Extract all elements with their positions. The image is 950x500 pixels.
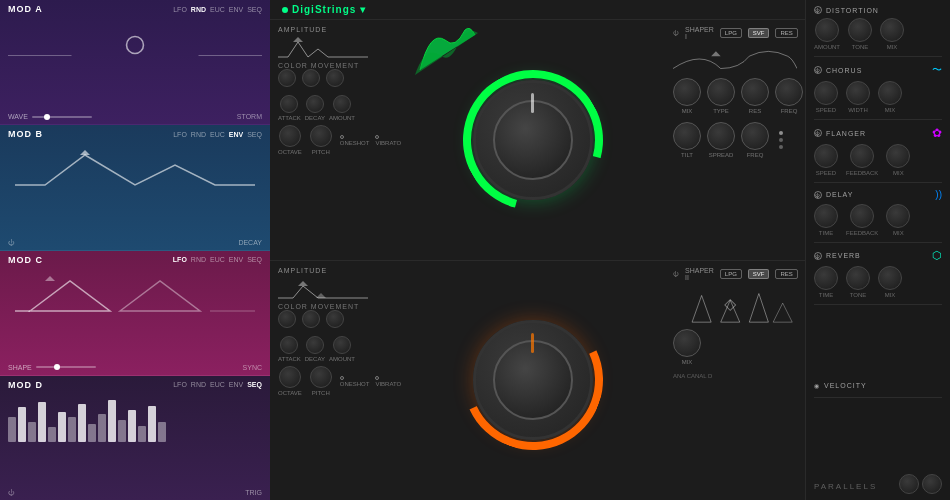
seq-bar-1[interactable] xyxy=(8,417,16,442)
mod-a-wave-slider[interactable]: WAVE xyxy=(8,113,92,120)
flanger-power-btn[interactable]: ⏻ xyxy=(814,129,822,137)
mod-a-slider-handle[interactable] xyxy=(44,114,50,120)
seq-bar-11[interactable] xyxy=(108,400,116,442)
parallels-knob-2[interactable] xyxy=(922,474,942,494)
seq-bar-15[interactable] xyxy=(148,406,156,442)
mod-b-tab-rnd[interactable]: RND xyxy=(191,131,206,138)
mod-c-tab-euc[interactable]: EUC xyxy=(210,256,225,263)
mod-a-tab-seq[interactable]: SEQ xyxy=(247,6,262,13)
osc1-svf-btn[interactable]: SVF xyxy=(748,28,770,38)
mod-d-tab-env[interactable]: ENV xyxy=(229,381,243,388)
osc1-res-btn[interactable]: RES xyxy=(775,28,797,38)
seq-bar-14[interactable] xyxy=(138,426,146,442)
reverb-tone-knob[interactable] xyxy=(846,266,870,290)
osc1-amount-knob[interactable] xyxy=(333,95,351,113)
osc1-type-knob[interactable] xyxy=(707,78,735,106)
osc2-pitch-knob[interactable] xyxy=(310,366,332,388)
mod-a-tab-env[interactable]: ENV xyxy=(229,6,243,13)
mod-c-tab-env[interactable]: ENV xyxy=(229,256,243,263)
patch-arrow-icon[interactable]: ▾ xyxy=(360,4,366,15)
mod-c-tab-rnd[interactable]: RND xyxy=(191,256,206,263)
seq-bar-2[interactable] xyxy=(18,407,26,442)
mod-b-tab-lfo[interactable]: LFO xyxy=(173,131,187,138)
osc1-decay-knob[interactable] xyxy=(306,95,324,113)
reverb-mix-knob[interactable] xyxy=(878,266,902,290)
osc2-main-knob[interactable] xyxy=(473,320,593,440)
seq-bar-6[interactable] xyxy=(58,412,66,442)
osc1-freq-knob[interactable] xyxy=(775,78,803,106)
osc2-lpg-btn[interactable]: LPG xyxy=(720,269,742,279)
osc1-octave-knob[interactable] xyxy=(279,125,301,147)
osc2-color-knob-2[interactable] xyxy=(302,310,320,328)
mod-c-slider-track[interactable] xyxy=(36,366,96,368)
distortion-tone-knob[interactable] xyxy=(848,18,872,42)
osc1-spread-knob[interactable] xyxy=(707,122,735,150)
seq-bar-8[interactable] xyxy=(78,404,86,442)
chorus-power-btn[interactable]: ⏻ xyxy=(814,66,822,74)
seq-bar-10[interactable] xyxy=(98,414,106,442)
mod-b-tab-euc[interactable]: EUC xyxy=(210,131,225,138)
seq-bar-3[interactable] xyxy=(28,422,36,442)
osc2-vibrato-option[interactable]: VIBRATO xyxy=(375,375,401,387)
seq-bar-16[interactable] xyxy=(158,422,166,442)
mod-c-shape-slider[interactable]: SHAPE xyxy=(8,364,96,371)
mod-a-slider-track[interactable] xyxy=(32,116,92,118)
parallels-knob-1[interactable] xyxy=(899,474,919,494)
osc2-octave-knob[interactable] xyxy=(279,366,301,388)
flanger-feedback-knob[interactable] xyxy=(850,144,874,168)
mod-c-slider-handle[interactable] xyxy=(54,364,60,370)
mod-b-tab-seq[interactable]: SEQ xyxy=(247,131,262,138)
osc1-lpg-btn[interactable]: LPG xyxy=(720,28,742,38)
mod-b-tab-env[interactable]: ENV xyxy=(229,131,243,138)
osc1-res-knob[interactable] xyxy=(741,78,769,106)
mod-a-tab-rnd[interactable]: RND xyxy=(191,6,206,13)
osc2-oneshot-option[interactable]: ONESHOT xyxy=(340,375,370,387)
chorus-mix-knob[interactable] xyxy=(878,81,902,105)
mod-d-tab-rnd[interactable]: RND xyxy=(191,381,206,388)
delay-mix-knob[interactable] xyxy=(886,204,910,228)
reverb-time-knob[interactable] xyxy=(814,266,838,290)
osc1-vertical-slider[interactable] xyxy=(779,131,783,149)
distortion-power-btn[interactable]: ⏻ xyxy=(814,6,822,14)
osc1-color-knob-2[interactable] xyxy=(302,69,320,87)
osc1-tilt-knob[interactable] xyxy=(673,122,701,150)
osc1-attack-knob[interactable] xyxy=(280,95,298,113)
seq-bar-9[interactable] xyxy=(88,424,96,442)
seq-bar-12[interactable] xyxy=(118,420,126,442)
distortion-mix-knob[interactable] xyxy=(880,18,904,42)
mod-a-tab-lfo[interactable]: LFO xyxy=(173,6,187,13)
osc2-attack-knob[interactable] xyxy=(280,336,298,354)
mod-d-tab-seq[interactable]: SEQ xyxy=(247,381,262,388)
osc2-svf-btn[interactable]: SVF xyxy=(748,269,770,279)
mod-d-tab-lfo[interactable]: LFO xyxy=(173,381,187,388)
reverb-power-btn[interactable]: ⏻ xyxy=(814,252,822,260)
chorus-width-knob[interactable] xyxy=(846,81,870,105)
delay-time-knob[interactable] xyxy=(814,204,838,228)
osc1-main-knob[interactable] xyxy=(473,80,593,200)
seq-bar-4[interactable] xyxy=(38,402,46,442)
osc2-color-knob-3[interactable] xyxy=(326,310,344,328)
mod-c-tab-lfo[interactable]: LFO xyxy=(173,256,187,263)
delay-feedback-knob[interactable] xyxy=(850,204,874,228)
mod-a-tab-euc[interactable]: EUC xyxy=(210,6,225,13)
flanger-speed-knob[interactable] xyxy=(814,144,838,168)
osc2-color-knob-1[interactable] xyxy=(278,310,296,328)
osc2-shaper-power[interactable]: ⏻ xyxy=(673,271,679,277)
flanger-mix-knob[interactable] xyxy=(886,144,910,168)
osc1-color-knob-3[interactable] xyxy=(326,69,344,87)
osc1-oneshot-option[interactable]: ONESHOT xyxy=(340,134,370,146)
seq-bar-13[interactable] xyxy=(128,410,136,442)
osc2-amount-knob[interactable] xyxy=(333,336,351,354)
delay-power-btn[interactable]: ⏻ xyxy=(814,191,822,199)
osc2-res-btn[interactable]: RES xyxy=(775,269,797,279)
seq-bar-7[interactable] xyxy=(68,417,76,442)
osc2-mix-knob[interactable] xyxy=(673,329,701,357)
chorus-speed-knob[interactable] xyxy=(814,81,838,105)
distortion-amount-knob[interactable] xyxy=(815,18,839,42)
osc1-mix-knob[interactable] xyxy=(673,78,701,106)
mod-c-tab-seq[interactable]: SEQ xyxy=(247,256,262,263)
osc1-color-knob-1[interactable] xyxy=(278,69,296,87)
osc2-decay-knob[interactable] xyxy=(306,336,324,354)
seq-bar-5[interactable] xyxy=(48,427,56,442)
osc1-freq2-knob[interactable] xyxy=(741,122,769,150)
